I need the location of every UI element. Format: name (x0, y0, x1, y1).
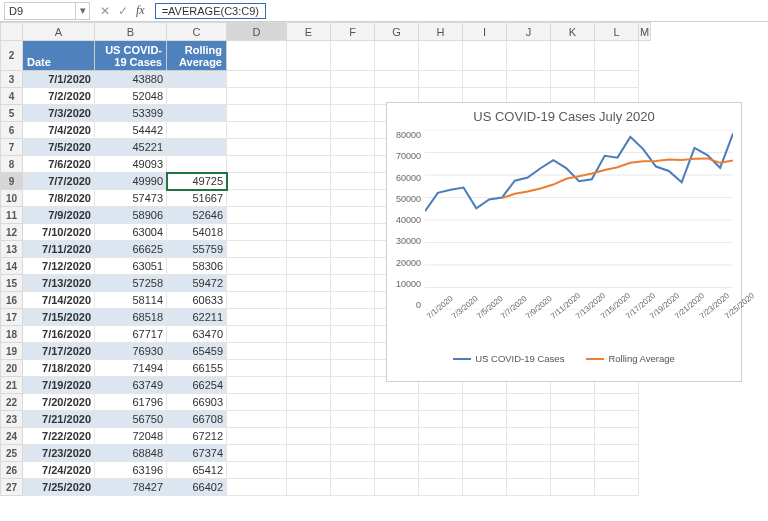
cell-empty[interactable] (287, 258, 331, 275)
cell-B13[interactable]: 7/11/2020 (23, 241, 95, 258)
row-header-16[interactable]: 16 (1, 292, 23, 309)
col-header-M[interactable]: M (639, 23, 651, 41)
cell-empty[interactable] (419, 71, 463, 88)
row-header-6[interactable]: 6 (1, 122, 23, 139)
cell-D6[interactable] (167, 122, 227, 139)
cell-D9[interactable]: 49725 (167, 173, 227, 190)
row-header-15[interactable]: 15 (1, 275, 23, 292)
cell-empty[interactable] (375, 462, 419, 479)
cell-D26[interactable]: 65412 (167, 462, 227, 479)
cell-empty[interactable] (551, 394, 595, 411)
cell-empty[interactable] (463, 411, 507, 428)
cell-empty[interactable] (331, 428, 375, 445)
cell-D10[interactable]: 51667 (167, 190, 227, 207)
row-header-14[interactable]: 14 (1, 258, 23, 275)
cell-D12[interactable]: 54018 (167, 224, 227, 241)
cell-B7[interactable]: 7/5/2020 (23, 139, 95, 156)
cell-empty[interactable] (287, 224, 331, 241)
row-header-23[interactable]: 23 (1, 411, 23, 428)
cell-B26[interactable]: 7/24/2020 (23, 462, 95, 479)
name-box-dropdown[interactable]: ▾ (76, 2, 90, 20)
cell-empty[interactable] (331, 411, 375, 428)
cell-empty[interactable] (227, 156, 287, 173)
cell-empty[interactable] (227, 41, 287, 71)
cell-empty[interactable] (551, 71, 595, 88)
cell-empty[interactable] (227, 173, 287, 190)
row-header-21[interactable]: 21 (1, 377, 23, 394)
cell-empty[interactable] (463, 462, 507, 479)
select-all-cell[interactable] (1, 23, 23, 41)
cell-empty[interactable] (595, 394, 639, 411)
cell-empty[interactable] (331, 462, 375, 479)
cell-empty[interactable] (331, 326, 375, 343)
cell-C23[interactable]: 56750 (95, 411, 167, 428)
cell-C21[interactable]: 63749 (95, 377, 167, 394)
cell-C27[interactable]: 78427 (95, 479, 167, 496)
cell-empty[interactable] (287, 462, 331, 479)
cell-empty[interactable] (331, 105, 375, 122)
cell-empty[interactable] (331, 190, 375, 207)
cell-empty[interactable] (375, 394, 419, 411)
cell-empty[interactable] (287, 343, 331, 360)
cell-D8[interactable] (167, 156, 227, 173)
cell-empty[interactable] (287, 139, 331, 156)
table-header-cases[interactable]: US COVID-19 Cases (95, 41, 167, 71)
row-header-22[interactable]: 22 (1, 394, 23, 411)
row-header-20[interactable]: 20 (1, 360, 23, 377)
row-header-8[interactable]: 8 (1, 156, 23, 173)
col-header-I[interactable]: I (463, 23, 507, 41)
cell-D21[interactable]: 66254 (167, 377, 227, 394)
cell-empty[interactable] (375, 428, 419, 445)
row-header-24[interactable]: 24 (1, 428, 23, 445)
row-header-27[interactable]: 27 (1, 479, 23, 496)
cell-C7[interactable]: 45221 (95, 139, 167, 156)
cell-D7[interactable] (167, 139, 227, 156)
row-header-25[interactable]: 25 (1, 445, 23, 462)
cell-empty[interactable] (227, 224, 287, 241)
cell-empty[interactable] (331, 88, 375, 105)
cell-empty[interactable] (419, 41, 463, 71)
cell-empty[interactable] (287, 207, 331, 224)
cell-B4[interactable]: 7/2/2020 (23, 88, 95, 105)
cell-empty[interactable] (375, 411, 419, 428)
cell-C18[interactable]: 67717 (95, 326, 167, 343)
cell-empty[interactable] (331, 241, 375, 258)
cell-empty[interactable] (287, 479, 331, 496)
cell-B14[interactable]: 7/12/2020 (23, 258, 95, 275)
col-header-H[interactable]: H (419, 23, 463, 41)
cell-empty[interactable] (227, 122, 287, 139)
cell-empty[interactable] (287, 156, 331, 173)
cell-empty[interactable] (227, 326, 287, 343)
cell-B21[interactable]: 7/19/2020 (23, 377, 95, 394)
cell-D22[interactable]: 66903 (167, 394, 227, 411)
row-header-19[interactable]: 19 (1, 343, 23, 360)
cell-empty[interactable] (331, 224, 375, 241)
cell-empty[interactable] (227, 258, 287, 275)
cell-empty[interactable] (287, 377, 331, 394)
cell-D3[interactable] (167, 71, 227, 88)
cell-empty[interactable] (287, 326, 331, 343)
table-header-date[interactable]: Date (23, 41, 95, 71)
cell-empty[interactable] (331, 394, 375, 411)
cell-empty[interactable] (507, 428, 551, 445)
cell-C4[interactable]: 52048 (95, 88, 167, 105)
row-header-13[interactable]: 13 (1, 241, 23, 258)
cell-C5[interactable]: 53399 (95, 105, 167, 122)
cell-empty[interactable] (551, 411, 595, 428)
row-header-9[interactable]: 9 (1, 173, 23, 190)
cell-empty[interactable] (463, 479, 507, 496)
cell-C13[interactable]: 66625 (95, 241, 167, 258)
col-header-L[interactable]: L (595, 23, 639, 41)
cell-B15[interactable]: 7/13/2020 (23, 275, 95, 292)
cell-empty[interactable] (375, 445, 419, 462)
cell-empty[interactable] (463, 41, 507, 71)
cell-empty[interactable] (227, 343, 287, 360)
cell-empty[interactable] (287, 445, 331, 462)
cell-C14[interactable]: 63051 (95, 258, 167, 275)
cell-D17[interactable]: 62211 (167, 309, 227, 326)
cell-empty[interactable] (595, 428, 639, 445)
cell-empty[interactable] (227, 139, 287, 156)
cell-empty[interactable] (227, 360, 287, 377)
cell-empty[interactable] (551, 41, 595, 71)
cell-C17[interactable]: 68518 (95, 309, 167, 326)
